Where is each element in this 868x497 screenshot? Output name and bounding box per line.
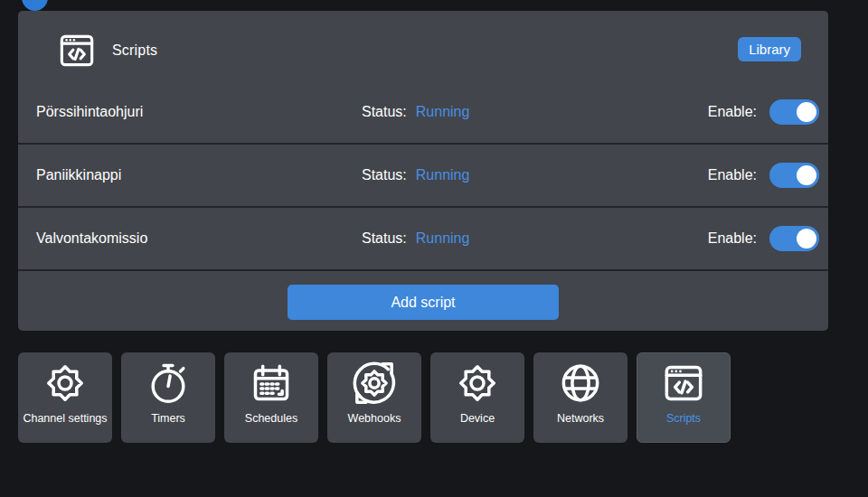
script-row: Paniikkinappi Status: Running Enable:	[18, 145, 828, 208]
script-name: Paniikkinappi	[36, 167, 121, 183]
library-button[interactable]: Library	[738, 37, 801, 61]
enable-label: Enable:	[708, 104, 757, 120]
status-block: Status: Running	[362, 104, 469, 120]
stopwatch-icon	[143, 358, 193, 408]
nav-label: Networks	[557, 412, 604, 425]
enable-label: Enable:	[708, 167, 757, 183]
nav-tile-timers[interactable]: Timers	[121, 352, 215, 443]
user-avatar[interactable]	[22, 0, 48, 11]
nav-label: Schedules	[245, 412, 297, 425]
enable-block: Enable:	[708, 99, 819, 125]
status-value: Running	[416, 167, 470, 183]
enable-toggle[interactable]	[769, 99, 819, 125]
enable-label: Enable:	[708, 230, 757, 247]
nav-label: Timers	[151, 412, 185, 425]
enable-toggle[interactable]	[769, 163, 819, 188]
nav-tile-networks[interactable]: Networks	[533, 352, 627, 443]
code-window-icon	[54, 28, 99, 73]
scripts-panel-header: Scripts Library	[18, 11, 828, 81]
bottom-nav: Channel settings Timers Schedules Webhoo…	[18, 352, 731, 443]
nav-tile-webhooks[interactable]: Webhooks	[327, 352, 421, 443]
script-name: Pörssihintaohjuri	[36, 104, 143, 120]
status-block: Status: Running	[362, 230, 469, 247]
calendar-icon	[246, 358, 297, 408]
code-window-icon	[658, 358, 709, 408]
gear-icon	[452, 358, 503, 408]
status-value: Running	[416, 104, 470, 120]
nav-tile-schedules[interactable]: Schedules	[224, 352, 318, 443]
nav-tile-scripts[interactable]: Scripts	[637, 352, 731, 443]
enable-block: Enable:	[708, 163, 819, 188]
script-list: Pörssihintaohjuri Status: Running Enable…	[18, 81, 828, 271]
panel-title: Scripts	[112, 42, 157, 59]
enable-toggle[interactable]	[769, 226, 819, 251]
nav-label: Device	[460, 412, 495, 425]
nav-label: Scripts	[666, 412, 701, 425]
scripts-panel: Scripts Library Pörssihintaohjuri Status…	[18, 11, 828, 331]
status-label: Status:	[362, 104, 407, 120]
add-script-button[interactable]: Add script	[288, 285, 559, 320]
status-value: Running	[416, 230, 470, 247]
script-name: Valvontakomissio	[36, 230, 147, 247]
nav-label: Webhooks	[348, 412, 401, 425]
globe-icon	[555, 358, 606, 408]
script-row: Valvontakomissio Status: Running Enable:	[18, 208, 828, 271]
nav-label: Channel settings	[23, 412, 107, 425]
status-label: Status:	[362, 167, 407, 183]
nav-tile-device[interactable]: Device	[430, 352, 524, 443]
script-row: Pörssihintaohjuri Status: Running Enable…	[18, 81, 828, 145]
gear-icon	[40, 358, 90, 408]
nav-tile-channel-settings[interactable]: Channel settings	[18, 352, 112, 443]
gear-refresh-icon	[349, 358, 400, 408]
enable-block: Enable:	[708, 226, 819, 251]
status-label: Status:	[362, 230, 407, 247]
status-block: Status: Running	[362, 167, 469, 183]
